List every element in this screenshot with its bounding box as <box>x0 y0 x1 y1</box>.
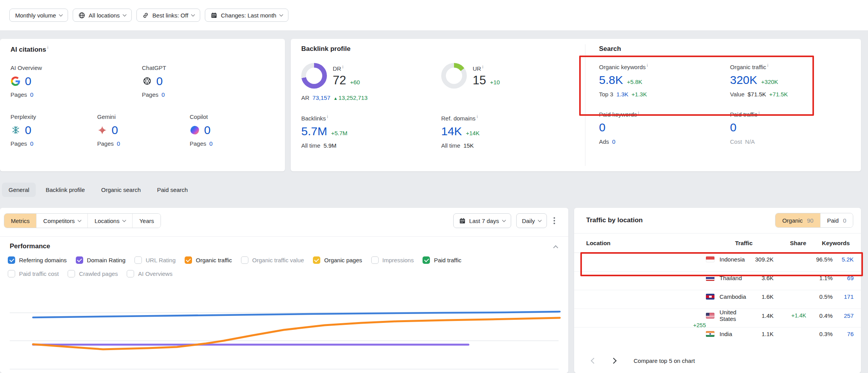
top3-value[interactable]: 1.3K <box>617 91 629 98</box>
globe-icon <box>79 12 85 19</box>
alltime-value: 15K <box>463 142 474 149</box>
checkbox-icon <box>241 256 248 264</box>
info-icon[interactable]: i <box>647 63 648 68</box>
info-icon[interactable]: i <box>47 45 48 50</box>
column-share[interactable]: Share <box>774 240 806 246</box>
ai-overview-value[interactable]: 0 <box>25 75 31 88</box>
toggle-paid[interactable]: Paid0 <box>820 213 853 227</box>
checkbox-icon <box>76 256 83 264</box>
tab-general[interactable]: General <box>2 183 36 197</box>
copilot-value[interactable]: 0 <box>204 124 211 137</box>
paid-traffic-value[interactable]: 0 <box>730 121 737 134</box>
checkbox-referring-domains[interactable]: Referring domains <box>8 256 67 264</box>
ur-value: 15 <box>473 73 486 87</box>
keywords-link[interactable]: 69 <box>833 275 854 281</box>
organic-traffic-value[interactable]: 320K <box>730 73 757 87</box>
toggle-organic[interactable]: Organic90 <box>775 213 820 227</box>
pages-value[interactable]: 0 <box>210 140 213 147</box>
alltime-label: All time <box>301 142 320 149</box>
copilot-label: Copilot <box>190 113 213 120</box>
performance-line-chart[interactable] <box>0 295 568 373</box>
tab-backlink-profile[interactable]: Backlink profile <box>39 183 91 197</box>
pages-value[interactable]: 0 <box>162 91 165 98</box>
info-icon[interactable]: i <box>482 64 483 69</box>
country-name: United States <box>720 309 753 322</box>
traffic-value: 1.1K <box>753 331 774 337</box>
pages-label: Pages <box>97 140 114 147</box>
country-name: Thailand <box>720 275 742 281</box>
column-traffic[interactable]: Traffic <box>706 240 753 246</box>
perplexity-value[interactable]: 0 <box>25 124 31 137</box>
info-icon[interactable]: i <box>342 64 343 69</box>
ads-value[interactable]: 0 <box>612 138 615 145</box>
india-flag-icon <box>706 331 714 337</box>
segment-locations[interactable]: Locations <box>87 214 132 228</box>
next-page-arrow[interactable] <box>611 357 617 364</box>
info-icon[interactable]: i <box>767 63 768 68</box>
pages-label: Pages <box>142 91 159 98</box>
chatgpt-value[interactable]: 0 <box>156 75 163 88</box>
segment-metrics[interactable]: Metrics <box>4 214 36 228</box>
backlinks-label: Backlinks <box>301 115 326 122</box>
table-row-india[interactable]: India 1.1K 0.3% 76 <box>574 328 861 346</box>
granularity-button[interactable]: Daily <box>516 213 547 228</box>
cost-value: N/A <box>745 138 755 145</box>
keywords-link[interactable]: 76 <box>833 331 854 337</box>
metric-checkbox-row-2: Paid traffic cost Crawled pages AI Overv… <box>0 270 568 277</box>
chevron-down-icon <box>123 13 127 17</box>
table-row-indonesia[interactable]: Indonesia 309.2K 96.5% 5.2K <box>574 253 861 272</box>
checkbox-domain-rating[interactable]: Domain Rating <box>76 256 126 264</box>
table-row-united-states[interactable]: United States 1.4K +1.4K 0.4% 257 +255 <box>574 309 861 328</box>
checkbox-paid-traffic-cost[interactable]: Paid traffic cost <box>8 270 59 277</box>
segment-competitors[interactable]: Competitors <box>36 214 87 228</box>
info-icon[interactable]: i <box>759 110 760 115</box>
pages-value[interactable]: 0 <box>117 140 120 147</box>
checkbox-organic-pages[interactable]: Organic pages <box>313 256 362 264</box>
collapse-chevron-icon[interactable] <box>553 245 558 250</box>
column-keywords[interactable]: Keywords <box>806 240 854 246</box>
keywords-link[interactable]: 5.2K <box>833 256 854 263</box>
performance-toolbar: Metrics Competitors Locations Years <box>0 208 568 228</box>
keywords-link[interactable]: 171 <box>833 293 854 300</box>
gemini-value[interactable]: 0 <box>112 124 118 137</box>
checkbox-icon <box>8 270 15 277</box>
chevron-down-icon <box>279 13 283 17</box>
compare-top5-link[interactable]: Compare top 5 on chart <box>634 357 695 364</box>
segment-years[interactable]: Years <box>132 214 161 228</box>
chevron-down-icon <box>502 218 506 222</box>
column-location[interactable]: Location <box>586 240 706 246</box>
ar-label: AR <box>301 94 309 101</box>
ref-domains-value[interactable]: 14K <box>441 125 462 138</box>
checkbox-crawled-pages[interactable]: Crawled pages <box>68 270 118 277</box>
pages-value[interactable]: 0 <box>30 91 33 98</box>
checkbox-impressions[interactable]: Impressions <box>371 256 414 264</box>
backlinks-value[interactable]: 5.7M <box>301 125 327 138</box>
checkbox-paid-traffic[interactable]: Paid traffic <box>423 256 461 264</box>
backlinks-delta: +5.7M <box>331 130 348 136</box>
date-range-button[interactable]: Last 7 days <box>453 213 511 228</box>
changes-period-button[interactable]: Changes: Last month <box>205 9 288 22</box>
all-locations-button[interactable]: All locations <box>73 9 132 22</box>
ref-domains-metric: Ref. domainsi 14K+14K All time15K <box>441 114 581 149</box>
checkbox-icon <box>313 256 320 264</box>
ar-value[interactable]: 73,157 <box>313 94 330 101</box>
organic-keywords-value[interactable]: 5.8K <box>599 73 623 87</box>
more-options-button[interactable] <box>552 215 557 227</box>
monthly-volume-button[interactable]: Monthly volume <box>9 9 68 22</box>
checkbox-organic-traffic[interactable]: Organic traffic <box>185 256 232 264</box>
tab-paid-search[interactable]: Paid search <box>150 183 194 197</box>
pages-value[interactable]: 0 <box>30 140 33 147</box>
keywords-link[interactable]: 257 <box>833 312 854 319</box>
previous-page-arrow[interactable] <box>591 357 597 364</box>
checkbox-url-rating[interactable]: URL Rating <box>134 256 176 264</box>
info-icon[interactable]: i <box>327 114 328 119</box>
table-row-cambodia[interactable]: Cambodia 1.6K 0.5% 171 <box>574 290 861 309</box>
checkbox-organic-traffic-value[interactable]: Organic traffic value <box>241 256 304 264</box>
tab-organic-search[interactable]: Organic search <box>94 183 147 197</box>
paid-keywords-value[interactable]: 0 <box>599 121 606 134</box>
info-icon[interactable]: i <box>638 110 639 115</box>
info-icon[interactable]: i <box>477 114 477 119</box>
table-row-thailand[interactable]: Thailand 3.6K 1.1% 69 <box>574 272 861 290</box>
best-links-button[interactable]: Best links: Off <box>136 9 200 22</box>
checkbox-ai-overviews[interactable]: AI Overviews <box>127 270 172 277</box>
